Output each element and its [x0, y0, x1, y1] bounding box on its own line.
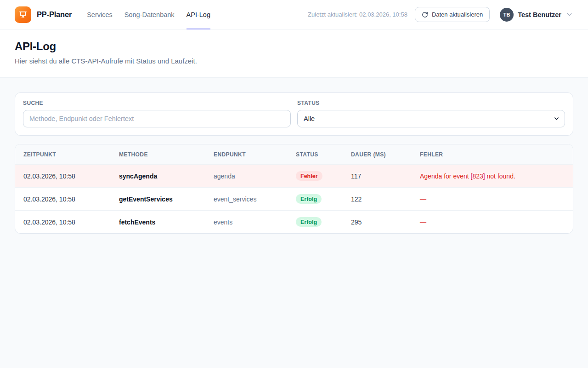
cell-endpoint: agenda — [205, 165, 288, 188]
cell-status: Erfolg — [288, 188, 343, 211]
status-select[interactable]: Alle — [297, 110, 565, 127]
nav-item-song-datenbank[interactable]: Song-Datenbank — [124, 0, 175, 29]
col-header-endpunkt: ENDPUNKT — [205, 144, 288, 165]
cell-method: getEventServices — [111, 188, 205, 211]
filter-card: SUCHE STATUS Alle — [15, 92, 573, 136]
page-subtitle: Hier siehst du alle CTS-API-Aufrufe mit … — [15, 57, 573, 65]
col-header-methode: METHODE — [111, 144, 205, 165]
col-header-fehler: FEHLER — [412, 144, 573, 165]
col-header-dauer: DAUER (MS) — [343, 144, 412, 165]
cell-duration: 122 — [343, 188, 412, 211]
table-body: 02.03.2026, 10:58 syncAgenda agenda Fehl… — [15, 165, 573, 234]
api-log-table: ZEITPUNKT METHODE ENDPUNKT STATUS DAUER … — [15, 144, 573, 233]
cell-timestamp: 02.03.2026, 10:58 — [15, 211, 111, 234]
top-navbar: PP-Planer Services Song-Datenbank API-Lo… — [0, 0, 588, 29]
status-badge: Erfolg — [296, 217, 322, 227]
cell-method: syncAgenda — [111, 165, 205, 188]
app-logo — [15, 6, 31, 23]
chevron-down-icon — [565, 11, 573, 18]
main-nav: Services Song-Datenbank API-Log — [87, 0, 210, 29]
navbar-right: Zuletzt aktualisiert: 02.03.2026, 10:58 … — [308, 7, 573, 22]
refresh-icon — [422, 12, 428, 18]
search-label: SUCHE — [23, 100, 291, 106]
cell-endpoint: event_services — [205, 188, 288, 211]
main-content: SUCHE STATUS Alle ZEITPUNKT — [0, 78, 588, 248]
status-select-wrap: Alle — [297, 110, 565, 127]
cell-status: Erfolg — [288, 211, 343, 234]
col-header-zeitpunkt: ZEITPUNKT — [15, 144, 111, 165]
status-label: STATUS — [297, 100, 565, 106]
col-header-status: STATUS — [288, 144, 343, 165]
status-field-group: STATUS Alle — [297, 100, 565, 127]
cell-method: fetchEvents — [111, 211, 205, 234]
user-name: Test Benutzer — [518, 11, 561, 18]
status-badge: Fehler — [296, 171, 322, 181]
avatar: TB — [500, 8, 514, 22]
cell-timestamp: 02.03.2026, 10:58 — [15, 165, 111, 188]
search-input[interactable] — [23, 110, 291, 127]
cell-duration: 295 — [343, 211, 412, 234]
cell-timestamp: 02.03.2026, 10:58 — [15, 188, 111, 211]
nav-item-api-log[interactable]: API-Log — [187, 0, 210, 29]
cell-error: — — [412, 211, 573, 234]
cell-status: Fehler — [288, 165, 343, 188]
status-badge: Erfolg — [296, 194, 322, 204]
search-field-group: SUCHE — [23, 100, 291, 127]
nav-item-services[interactable]: Services — [87, 0, 113, 29]
user-menu[interactable]: TB Test Benutzer — [500, 8, 573, 22]
presentation-screen-icon — [18, 10, 28, 19]
table-row: 02.03.2026, 10:58 syncAgenda agenda Fehl… — [15, 165, 573, 188]
cell-error: Agenda for event [823] not found. — [412, 165, 573, 188]
brand-name: PP-Planer — [37, 10, 72, 19]
table-header: ZEITPUNKT METHODE ENDPUNKT STATUS DAUER … — [15, 144, 573, 165]
refresh-data-button[interactable]: Daten aktualisieren — [415, 7, 490, 22]
page-title: API-Log — [15, 40, 573, 53]
table-row: 02.03.2026, 10:58 fetchEvents events Erf… — [15, 211, 573, 234]
cell-endpoint: events — [205, 211, 288, 234]
table-row: 02.03.2026, 10:58 getEventServices event… — [15, 188, 573, 211]
cell-duration: 117 — [343, 165, 412, 188]
api-log-table-card: ZEITPUNKT METHODE ENDPUNKT STATUS DAUER … — [15, 144, 573, 234]
cell-error: — — [412, 188, 573, 211]
refresh-button-label: Daten aktualisieren — [432, 11, 483, 18]
page-header: API-Log Hier siehst du alle CTS-API-Aufr… — [0, 29, 588, 78]
last-updated-text: Zuletzt aktualisiert: 02.03.2026, 10:58 — [308, 11, 407, 18]
